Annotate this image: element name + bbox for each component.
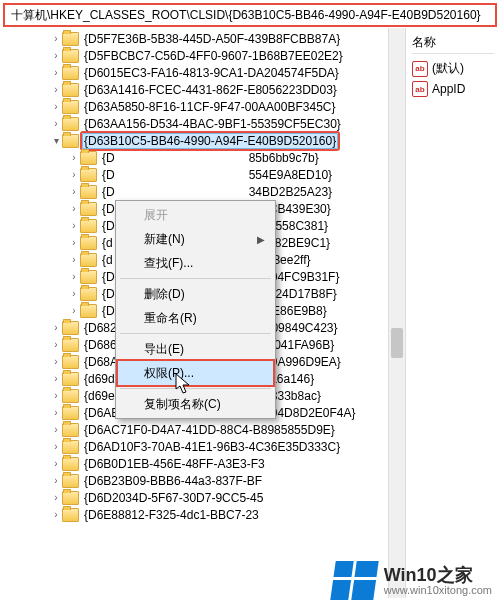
tree-row[interactable]: ›{D6B0D1EB-456E-48FF-A3E3-F3 [0, 455, 405, 472]
expand-chevron-icon[interactable]: › [50, 475, 62, 486]
expand-chevron-icon[interactable]: › [50, 373, 62, 384]
expand-chevron-icon[interactable]: › [68, 220, 80, 231]
folder-icon [62, 83, 79, 97]
tree-row[interactable]: ›{D6015EC3-FA16-4813-9CA1-DA204574F5DA} [0, 64, 405, 81]
folder-icon [80, 236, 97, 250]
folder-icon [80, 287, 97, 301]
tree-row[interactable]: ›{D5F7E36B-5B38-445D-A50F-439B8FCBB87A} [0, 30, 405, 47]
expand-chevron-icon[interactable]: › [68, 288, 80, 299]
expand-chevron-icon[interactable]: › [68, 186, 80, 197]
folder-icon [62, 66, 79, 80]
menu-item[interactable]: 重命名(R) [118, 306, 273, 330]
menu-item[interactable]: 新建(N)▶ [118, 227, 273, 251]
folder-icon [80, 219, 97, 233]
expand-chevron-icon[interactable]: › [50, 509, 62, 520]
tree-row[interactable]: ›{D63A5850-8F16-11CF-9F47-00AA00BF345C} [0, 98, 405, 115]
expand-chevron-icon[interactable]: › [50, 492, 62, 503]
folder-icon [62, 117, 79, 131]
tree-item-label[interactable]: {D6E88812-F325-4dc1-BBC7-23 [82, 508, 261, 522]
folder-icon [62, 49, 79, 63]
tree-item-label[interactable]: {D [100, 168, 117, 182]
folder-icon [80, 168, 97, 182]
tree-item-label[interactable]: {D63AA156-D534-4BAC-9BF1-55359CF5EC30} [82, 117, 343, 131]
tree-item-label[interactable]: {D [100, 151, 117, 165]
tree-row[interactable]: ›{D63A1416-FCEC-4431-862F-E8056223DD03} [0, 81, 405, 98]
folder-icon [80, 270, 97, 284]
value-name: (默认) [432, 60, 464, 77]
expand-chevron-icon[interactable]: › [50, 322, 62, 333]
tree-row[interactable]: ›{D85b6bb9c7b} [0, 149, 405, 166]
tree-item-label[interactable]: {D63A1416-FCEC-4431-862F-E8056223DD03} [82, 83, 339, 97]
tree-item-label[interactable]: {D [100, 185, 117, 199]
expand-chevron-icon[interactable]: › [50, 339, 62, 350]
column-header-name[interactable]: 名称 [412, 32, 494, 54]
tree-row[interactable]: ›{D34BD2B25A23} [0, 183, 405, 200]
tree-item-label[interactable]: {D6D2034D-5F67-30D7-9CC5-45 [82, 491, 265, 505]
tree-item-label[interactable]: {D6015EC3-FA16-4813-9CA1-DA204574F5DA} [82, 66, 341, 80]
tree-item-label[interactable]: {d [100, 236, 115, 250]
expand-chevron-icon[interactable]: › [50, 424, 62, 435]
tree-item-label[interactable]: {d [100, 253, 115, 267]
expand-chevron-icon[interactable]: › [68, 271, 80, 282]
menu-item[interactable]: 权限(P)... [117, 360, 274, 386]
tree-item-label[interactable]: {D6B23B09-BBB6-44a3-837F-BF [82, 474, 264, 488]
menu-item-label: 复制项名称(C) [144, 396, 221, 413]
menu-item[interactable]: 复制项名称(C) [118, 392, 273, 416]
menu-item-label: 展开 [144, 207, 168, 224]
tree-item-label[interactable]: {D6B0D1EB-456E-48FF-A3E3-F3 [82, 457, 267, 471]
tree-row[interactable]: ›{D554E9A8ED10} [0, 166, 405, 183]
vertical-scrollbar[interactable] [388, 28, 405, 598]
value-row[interactable]: ab(默认) [412, 58, 494, 79]
expand-chevron-icon[interactable]: › [50, 33, 62, 44]
scrollbar-thumb[interactable] [391, 328, 403, 358]
expand-chevron-icon[interactable]: › [68, 169, 80, 180]
tree-item-label[interactable]: {D5FBCBC7-C56D-4FF0-9607-1B68B7EE02E2} [82, 49, 345, 63]
expand-chevron-icon[interactable]: › [50, 50, 62, 61]
menu-separator [120, 278, 271, 279]
tree-item-label[interactable]: {D6AD10F3-70AB-41E1-96B3-4C36E35D333C} [82, 440, 342, 454]
folder-icon [62, 32, 79, 46]
tree-row[interactable]: ›{D5FBCBC7-C56D-4FF0-9607-1B68B7EE02E2} [0, 47, 405, 64]
tree-row[interactable]: ›{D6AD10F3-70AB-41E1-96B3-4C36E35D333C} [0, 438, 405, 455]
tree-row[interactable]: ›{D63AA156-D534-4BAC-9BF1-55359CF5EC30} [0, 115, 405, 132]
menu-item[interactable]: 查找(F)... [118, 251, 273, 275]
expand-chevron-icon[interactable]: ▾ [50, 135, 62, 146]
value-row[interactable]: abAppID [412, 79, 494, 99]
folder-icon [80, 185, 97, 199]
tree-row[interactable]: ›{D6E88812-F325-4dc1-BBC7-23 [0, 506, 405, 523]
folder-icon [80, 304, 97, 318]
tree-row[interactable]: ▾{D63B10C5-BB46-4990-A94F-E40B9D520160} [0, 132, 405, 149]
expand-chevron-icon[interactable]: › [50, 407, 62, 418]
folder-icon [80, 253, 97, 267]
expand-chevron-icon[interactable]: › [68, 254, 80, 265]
tree-row[interactable]: ›{D6B23B09-BBB6-44a3-837F-BF [0, 472, 405, 489]
tree-item-label[interactable]: {D5F7E36B-5B38-445D-A50F-439B8FCBB87A} [82, 32, 342, 46]
tree-item-label[interactable]: {D6AC71F0-D4A7-41DD-88C4-B8985855D9E} [82, 423, 337, 437]
expand-chevron-icon[interactable]: › [50, 84, 62, 95]
folder-icon [80, 202, 97, 216]
expand-chevron-icon[interactable]: › [50, 441, 62, 452]
expand-chevron-icon[interactable]: › [50, 118, 62, 129]
expand-chevron-icon[interactable]: › [50, 390, 62, 401]
expand-chevron-icon[interactable]: › [50, 356, 62, 367]
expand-chevron-icon[interactable]: › [68, 152, 80, 163]
folder-icon [62, 406, 79, 420]
tree-item-label[interactable]: {D63B10C5-BB46-4990-A94F-E40B9D520160} [82, 133, 338, 149]
tree-row[interactable]: ›{D6D2034D-5F67-30D7-9CC5-45 [0, 489, 405, 506]
expand-chevron-icon[interactable]: › [68, 237, 80, 248]
expand-chevron-icon[interactable]: › [68, 203, 80, 214]
expand-chevron-icon[interactable]: › [50, 458, 62, 469]
menu-item[interactable]: 删除(D) [118, 282, 273, 306]
tree-item-label[interactable]: {D63A5850-8F16-11CF-9F47-00AA00BF345C} [82, 100, 337, 114]
menu-item[interactable]: 导出(E) [118, 337, 273, 361]
windows-logo-icon [330, 561, 378, 600]
values-panel: 名称 ab(默认)abAppID [406, 28, 500, 598]
expand-chevron-icon[interactable]: › [68, 305, 80, 316]
menu-separator [120, 333, 271, 334]
expand-chevron-icon[interactable]: › [50, 67, 62, 78]
context-menu: 展开新建(N)▶查找(F)...删除(D)重命名(R)导出(E)权限(P)...… [115, 200, 276, 419]
folder-icon [62, 338, 79, 352]
address-bar[interactable]: 十算机\HKEY_CLASSES_ROOT\CLSID\{D63B10C5-BB… [4, 4, 496, 26]
expand-chevron-icon[interactable]: › [50, 101, 62, 112]
tree-row[interactable]: ›{D6AC71F0-D4A7-41DD-88C4-B8985855D9E} [0, 421, 405, 438]
